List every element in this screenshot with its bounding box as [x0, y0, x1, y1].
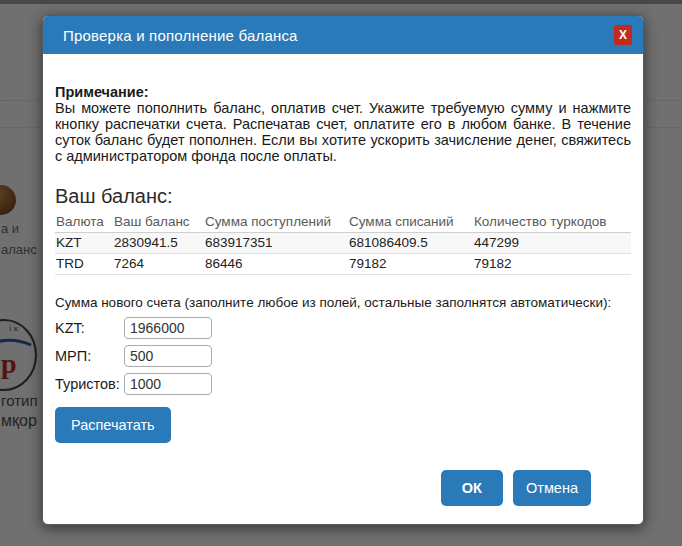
cell-currency: TRD — [55, 254, 113, 275]
new-invoice-label: Сумма нового счета (заполните любое из п… — [55, 295, 615, 311]
ok-button[interactable]: ОК — [441, 470, 503, 506]
balance-table: Валюта Ваш баланс Сумма поступлений Сумм… — [55, 212, 631, 275]
cell-income: 86446 — [204, 254, 348, 275]
cell-tourcodes: 79182 — [473, 254, 631, 275]
tourists-label: Туристов: — [55, 376, 124, 392]
balance-dialog: Проверка и пополнение баланса X Примечан… — [42, 15, 644, 525]
tourists-input[interactable] — [124, 373, 212, 395]
balance-heading: Ваш баланс: — [55, 185, 631, 208]
form-row-kzt: KZT: — [55, 317, 631, 339]
col-header-writeoff: Сумма списаний — [348, 212, 473, 233]
col-header-currency: Валюта — [55, 212, 113, 233]
col-header-tourcodes: Количество туркодов — [473, 212, 631, 233]
balance-table-header-row: Валюта Ваш баланс Сумма поступлений Сумм… — [55, 212, 631, 233]
cancel-button[interactable]: Отмена — [513, 470, 591, 506]
cell-balance: 2830941.5 — [113, 233, 204, 254]
cell-balance: 7264 — [113, 254, 204, 275]
cell-currency: KZT — [55, 233, 113, 254]
mrp-input[interactable] — [124, 345, 212, 367]
mrp-label: МРП: — [55, 348, 124, 364]
print-button[interactable]: Распечатать — [55, 407, 171, 443]
cell-tourcodes: 447299 — [473, 233, 631, 254]
dialog-titlebar[interactable]: Проверка и пополнение баланса X — [43, 16, 643, 54]
dialog-body: Примечание: Вы можете пополнить баланс, … — [43, 54, 643, 443]
cell-writeoff: 79182 — [348, 254, 473, 275]
form-row-tourists: Туристов: — [55, 373, 631, 395]
table-row: TRD 7264 86446 79182 79182 — [55, 254, 631, 275]
cell-income: 683917351 — [204, 233, 348, 254]
invoice-form: KZT: МРП: Туристов: — [55, 317, 631, 395]
col-header-balance: Ваш баланс — [113, 212, 204, 233]
kzt-label: KZT: — [55, 320, 124, 336]
table-row: KZT 2830941.5 683917351 681086409.5 4472… — [55, 233, 631, 254]
kzt-input[interactable] — [124, 317, 212, 339]
form-row-mrp: МРП: — [55, 345, 631, 367]
dialog-title: Проверка и пополнение баланса — [63, 27, 298, 44]
note-heading: Примечание: — [55, 84, 631, 100]
cell-writeoff: 681086409.5 — [348, 233, 473, 254]
close-icon[interactable]: X — [614, 25, 632, 45]
dialog-footer: ОК Отмена — [441, 470, 591, 506]
note-text: Вы можете пополнить баланс, оплатив счет… — [55, 100, 631, 164]
col-header-income: Сумма поступлений — [204, 212, 348, 233]
